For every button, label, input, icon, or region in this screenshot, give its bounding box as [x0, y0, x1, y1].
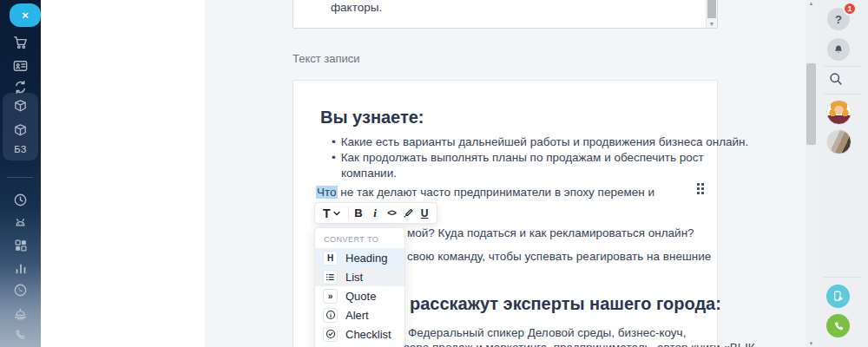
editor-paragraph: Федеральный спикер Деловой среды, бизнес… — [408, 326, 686, 339]
avatar[interactable] — [826, 129, 852, 154]
phone-handset-icon — [832, 320, 845, 332]
list-icon — [323, 270, 338, 285]
search-button[interactable] — [828, 71, 844, 87]
apps-grid-icon[interactable] — [0, 237, 41, 254]
bold-button[interactable]: B — [351, 204, 367, 222]
list-item-wrap: компании. — [341, 167, 397, 180]
textarea-scrollbar-thumb[interactable] — [707, 0, 716, 18]
textarea-scrollbar[interactable]: ▼ — [706, 0, 717, 28]
scroll-down-icon[interactable]: ▼ — [806, 341, 817, 346]
convert-dropdown: CONVERT TO H Heading List » Quote Alert … — [314, 227, 405, 347]
smartphone-cloud-icon — [832, 290, 845, 303]
description-textarea[interactable]: факторы. ▼ — [293, 0, 718, 29]
dropdown-item-alert[interactable]: Alert — [315, 305, 404, 324]
inline-toolbar: T B i <> U — [314, 202, 437, 224]
bullet-icon: • — [332, 151, 336, 164]
cart-icon[interactable] — [0, 33, 41, 50]
call-history-icon[interactable] — [0, 281, 41, 298]
notification-badge: 1 — [843, 2, 857, 16]
editor-paragraph-covered: свою команду, чтобы успевать реагировать… — [407, 250, 711, 263]
code-button[interactable]: <> — [384, 204, 400, 222]
dropdown-item-quote[interactable]: » Quote — [315, 286, 404, 305]
notifications-button[interactable] — [827, 38, 850, 61]
quote-icon: » — [323, 289, 338, 304]
search-icon — [828, 71, 844, 87]
dropdown-header: CONVERT TO — [315, 228, 404, 248]
call-button[interactable] — [826, 314, 850, 337]
description-value: факторы. — [331, 1, 382, 14]
editor-paragraph: Что не так делают часто предприниматели … — [316, 186, 654, 199]
alert-icon — [323, 308, 338, 323]
bot-icon[interactable] — [0, 214, 41, 232]
editor-heading-2: расскажут эксперты нашего города: — [410, 294, 721, 314]
dropdown-item-checklist[interactable]: Checklist — [315, 324, 404, 344]
bell-icon — [832, 43, 845, 56]
marker-icon — [403, 207, 414, 219]
underline-button[interactable]: U — [417, 204, 433, 222]
sidebar-divider — [823, 277, 862, 278]
heading-icon: H — [323, 251, 338, 265]
list-item: •Как продолжать выполнять планы по прода… — [332, 151, 704, 164]
desk-bell-icon[interactable] — [0, 304, 41, 321]
avatar[interactable] — [826, 100, 852, 125]
package-icon[interactable] — [0, 97, 41, 115]
app-window: × БЗ — [0, 0, 868, 347]
stats-bars-icon[interactable] — [0, 259, 41, 277]
dropdown-item-heading[interactable]: H Heading — [315, 248, 404, 267]
page-scrollbar-thumb[interactable] — [806, 63, 816, 145]
sidebar-item-kb[interactable]: БЗ — [0, 144, 41, 154]
contacts-card-icon[interactable] — [0, 56, 41, 74]
drag-handle-icon[interactable] — [697, 183, 704, 194]
editor-heading-1: Вы узнаете: — [320, 108, 424, 128]
sync-icon[interactable] — [0, 78, 41, 95]
left-sidebar: × БЗ — [0, 0, 41, 347]
close-button[interactable]: × — [10, 3, 41, 27]
package-icon[interactable] — [0, 121, 41, 139]
list-item: •Какие есть варианты дальнейшей работы и… — [332, 135, 748, 148]
editor-paragraph-covered: мой? Куда податься и как рекламироваться… — [407, 226, 694, 239]
page-scrollbar[interactable]: ▲ ▼ — [806, 0, 817, 347]
phone-icon[interactable] — [0, 326, 41, 344]
chevron-down-icon — [333, 211, 340, 216]
right-sidebar: ? 1 — [817, 0, 868, 347]
question-icon: ? — [835, 13, 842, 26]
sidebar-divider — [823, 66, 862, 67]
post-text-label: Текст записи — [293, 52, 360, 65]
dropdown-item-list[interactable]: List — [315, 267, 404, 286]
sidebar-divider — [7, 177, 33, 178]
bullet-icon: • — [332, 135, 336, 148]
scroll-up-icon[interactable]: ▲ — [806, 1, 817, 6]
italic-button[interactable]: i — [367, 204, 384, 222]
checklist-icon — [323, 327, 338, 342]
mobile-app-button[interactable] — [826, 285, 850, 308]
sidebar-divider — [823, 94, 862, 95]
clock-icon[interactable] — [0, 191, 41, 208]
marker-button[interactable] — [400, 204, 417, 222]
toolbar-divider — [348, 206, 349, 219]
scroll-down-icon[interactable]: ▼ — [707, 21, 717, 27]
content-gap-panel — [41, 0, 205, 347]
text-type-button[interactable]: T — [319, 206, 346, 220]
help-button[interactable]: ? 1 — [827, 8, 850, 30]
text-selection: Что — [316, 186, 338, 199]
close-icon: × — [22, 9, 29, 22]
